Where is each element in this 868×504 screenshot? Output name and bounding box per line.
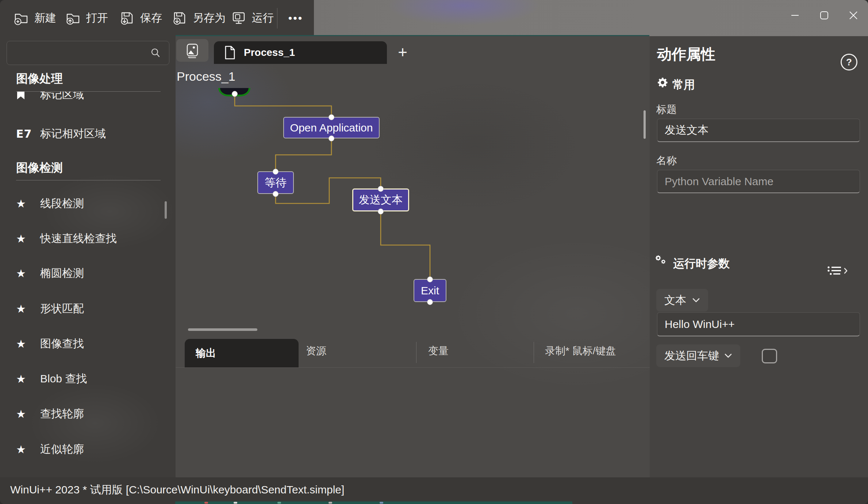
run-button-label: 运行 [252,11,274,26]
maximize-button[interactable] [813,4,835,26]
save-button[interactable]: 保存 [116,5,165,31]
save-as-button-label: 另存为 [193,11,226,26]
sidebar-item-line-detect[interactable]: ★ 线段检测 [0,193,168,214]
sidebar-item-mark-relative-region[interactable]: E7 标记相对区域 [0,123,168,144]
more-button[interactable]: ••• [282,9,310,28]
node-in-port[interactable] [329,114,334,120]
taskbar-speck [277,502,281,504]
name-field-input[interactable] [657,170,860,193]
taskbar-speck [380,502,383,504]
star-icon: ★ [16,337,32,350]
sidebar-item-shape-match[interactable]: ★ 形状匹配 [0,298,168,319]
taskbar-speck [329,502,332,504]
node-in-port[interactable] [378,186,384,192]
sidebar-item-approx-contours[interactable]: ★ 近似轮廓 [0,439,168,459]
section-runtime-heading: 运行时参数 [673,256,730,271]
tab-resources[interactable]: 资源 [306,344,326,358]
open-file-icon [65,10,81,26]
sidebar-item-label: 椭圆检测 [40,266,84,281]
run-icon [231,10,247,26]
sidebar-item-label: 形状匹配 [40,301,84,316]
sidebar-item-image-find[interactable]: ★ 图像查找 [0,333,168,354]
section-common-heading: 常用 [672,77,695,92]
param-type-dropdown[interactable]: 文本 [656,289,708,312]
help-button[interactable]: ? [841,54,857,70]
node-exit[interactable]: Exit [414,279,446,302]
node-out-port[interactable] [329,135,334,141]
panel-title: 动作属性 [657,44,715,64]
new-button[interactable]: 新建 [10,5,59,31]
chevron-down-icon [724,353,732,358]
param-list-button[interactable] [827,265,849,277]
maximize-icon [818,9,830,21]
save-as-button[interactable]: 另存为 [169,5,228,31]
node-label: 发送文本 [359,192,403,207]
save-icon [119,10,135,26]
titlebar-blur-blob [387,0,540,26]
sidebar-item-ellipse-detect[interactable]: ★ 椭圆检测 [0,263,168,283]
node-out-port[interactable] [273,191,279,197]
run-button[interactable]: 运行 [228,5,277,31]
sidebar-item-fast-line-detect[interactable]: ★ 快速直线检查找 [0,228,168,249]
tab-variables[interactable]: 变量 [428,344,449,358]
taskbar-speck [234,502,237,504]
node-send-text[interactable]: 发送文本 [352,188,409,211]
toolbar-divider [277,8,277,28]
section-heading-image-processing: 图像处理 [16,71,63,87]
close-icon [847,9,860,22]
sidebar-item-label: 查找轮廓 [40,406,84,421]
star-icon: ★ [16,373,32,385]
node-wait[interactable]: 等待 [257,171,294,194]
star-icon: ★ [16,267,32,280]
tab-label: 输出 [196,346,216,360]
chevron-down-icon [692,298,700,303]
node-in-port[interactable] [427,276,433,282]
flow-canvas[interactable]: Process_1 + Process_1 Open Application 等… [176,36,650,477]
save-button-label: 保存 [140,11,162,26]
app-window: 新建 打开 保存 另存为 [0,0,868,504]
gear-icon [656,76,669,89]
open-button[interactable]: 打开 [62,5,111,31]
send-enter-dropdown[interactable]: 发送回车键 [656,344,740,367]
minimize-button[interactable] [784,4,806,26]
star-icon: ★ [16,302,32,315]
send-enter-checkbox[interactable] [762,349,777,363]
canvas-vertical-scrollbar[interactable] [644,110,646,139]
title-field-input[interactable] [657,119,860,142]
properties-panel: 动作属性 ? 常用 标题 名称 运行时参数 [650,36,868,477]
tab-divider [416,342,416,363]
text-param-input[interactable] [657,312,860,336]
sidebar-item-blob-find[interactable]: ★ Blob 查找 [0,369,168,389]
sidebar-item-label: 线段检测 [40,196,84,211]
star-icon: ★ [16,232,32,245]
sidebar-item-label: Blob 查找 [40,371,87,386]
new-button-label: 新建 [34,11,56,26]
e7-icon: E7 [16,127,32,140]
tab-divider [534,342,534,363]
sidebar-item-find-contours[interactable]: ★ 查找轮廓 [0,404,168,424]
star-icon: ★ [16,408,32,420]
start-node-out-port[interactable] [232,91,238,97]
node-out-port[interactable] [427,299,433,305]
node-label: Exit [421,285,439,297]
sidebar-scrollbar[interactable] [165,201,167,219]
sidebar: 图像处理 标记区域 E7 标记相对区域 图像检测 ★ 线段检测 ★ 快速直线检查… [0,36,175,477]
sidebar-item-label: 标记区域 [40,92,84,102]
tab-output[interactable]: 输出 [185,339,299,367]
runtime-params-icon [655,255,672,269]
search-input[interactable] [7,41,169,65]
tab-record[interactable]: 录制* 鼠标/键盘 [545,344,616,358]
taskbar-speck [204,502,208,504]
bookmark-icon [16,92,32,100]
close-button[interactable] [842,4,864,26]
new-file-icon [13,10,29,26]
sidebar-item-mark-region[interactable]: 标记区域 [0,92,168,106]
save-as-icon [172,10,188,26]
sidebar-item-label: 标记相对区域 [40,126,106,141]
star-icon: ★ [16,197,32,210]
node-out-port[interactable] [378,209,384,214]
canvas-horizontal-scrollbar[interactable] [188,328,257,331]
node-in-port[interactable] [273,169,279,175]
dropdown-value: 发送回车键 [664,348,719,363]
open-button-label: 打开 [86,11,108,26]
